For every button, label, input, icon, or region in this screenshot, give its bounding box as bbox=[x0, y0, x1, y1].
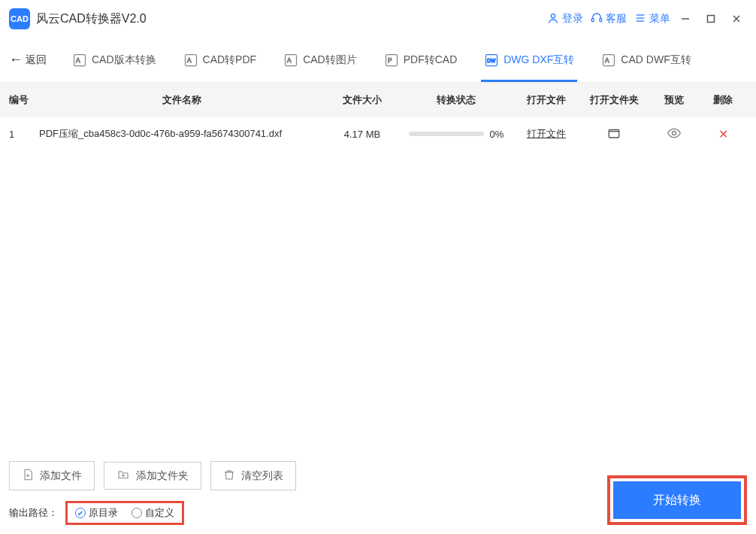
login-button[interactable]: 登录 bbox=[547, 12, 583, 26]
col-name: 文件名称 bbox=[39, 93, 325, 107]
radio-unchecked-icon bbox=[132, 508, 142, 518]
col-num: 编号 bbox=[9, 93, 39, 107]
delete-icon[interactable]: ✕ bbox=[718, 128, 728, 141]
add-folder-button[interactable]: 添加文件夹 bbox=[104, 462, 201, 490]
eye-icon[interactable] bbox=[667, 132, 682, 143]
tab-label: PDF转CAD bbox=[404, 53, 458, 67]
tab-cad-version[interactable]: A CAD版本转换 bbox=[69, 39, 159, 81]
menu-button[interactable]: 菜单 bbox=[634, 12, 670, 26]
doc-a-icon: A bbox=[283, 53, 298, 68]
bottom-area: 添加文件 添加文件夹 清空列表 输出路径： 原目录 自定义 bbox=[0, 454, 756, 534]
progress-pct: 0% bbox=[490, 129, 504, 140]
tab-label: CAD转PDF bbox=[203, 53, 257, 67]
radio-custom-dir[interactable]: 自定义 bbox=[132, 506, 174, 520]
col-preview: 预览 bbox=[648, 93, 700, 107]
headset-icon bbox=[591, 12, 603, 26]
open-file-link[interactable]: 打开文件 bbox=[527, 128, 566, 139]
doc-a-icon: A bbox=[601, 53, 616, 68]
output-label: 输出路径： bbox=[9, 506, 58, 520]
svg-point-23 bbox=[673, 131, 676, 135]
app-title: 风云CAD转换器V2.0 bbox=[36, 11, 147, 27]
output-radio-group: 原目录 自定义 bbox=[65, 501, 184, 525]
table-row: 1 PDF压缩_cba458c3-0d0c-476b-a959-fa567430… bbox=[0, 117, 756, 150]
open-folder-cell bbox=[580, 126, 648, 142]
tab-dwg-dxf[interactable]: DW DWG DXF互转 bbox=[481, 39, 577, 81]
tab-pdf-to-cad[interactable]: P PDF转CAD bbox=[381, 39, 461, 81]
clear-list-button[interactable]: 清空列表 bbox=[210, 461, 296, 490]
back-label: 返回 bbox=[26, 53, 47, 67]
titlebar: CAD 风云CAD转换器V2.0 登录 客服 菜单 bbox=[0, 0, 756, 38]
row-size: 4.17 MB bbox=[325, 129, 400, 140]
folder-icon[interactable] bbox=[607, 131, 621, 142]
delete-cell: ✕ bbox=[700, 127, 745, 141]
svg-text:A: A bbox=[187, 56, 192, 64]
svg-rect-22 bbox=[609, 129, 619, 138]
open-file-cell: 打开文件 bbox=[513, 127, 580, 141]
add-folder-label: 添加文件夹 bbox=[136, 469, 189, 483]
tab-cad-to-pdf[interactable]: A CAD转PDF bbox=[180, 39, 260, 81]
menu-label: 菜单 bbox=[649, 12, 670, 26]
maximize-button[interactable] bbox=[700, 8, 721, 29]
doc-a-icon: A bbox=[72, 53, 87, 68]
tab-label: CAD版本转换 bbox=[92, 53, 156, 67]
tab-label: CAD转图片 bbox=[303, 53, 357, 67]
col-status: 转换状态 bbox=[400, 93, 513, 107]
add-file-button[interactable]: 添加文件 bbox=[9, 461, 95, 490]
back-button[interactable]: ← 返回 bbox=[9, 52, 47, 68]
svg-text:DW: DW bbox=[487, 58, 496, 63]
svg-text:P: P bbox=[388, 56, 392, 64]
tab-cad-to-image[interactable]: A CAD转图片 bbox=[280, 39, 360, 81]
close-button[interactable] bbox=[726, 8, 747, 29]
table-header: 编号 文件名称 文件大小 转换状态 打开文件 打开文件夹 预览 删除 bbox=[0, 83, 756, 117]
svg-rect-7 bbox=[708, 16, 715, 23]
clear-list-label: 清空列表 bbox=[241, 469, 283, 483]
radio-original-dir[interactable]: 原目录 bbox=[75, 506, 118, 520]
svg-point-0 bbox=[551, 14, 555, 17]
start-label: 开始转换 bbox=[653, 493, 701, 508]
app-logo-icon: CAD bbox=[9, 8, 30, 29]
tab-label: DWG DXF互转 bbox=[503, 53, 574, 67]
doc-a-icon: A bbox=[183, 53, 198, 68]
arrow-left-icon: ← bbox=[9, 52, 23, 68]
doc-p-icon: P bbox=[384, 53, 399, 68]
radio-original-label: 原目录 bbox=[89, 506, 118, 520]
add-file-label: 添加文件 bbox=[40, 469, 82, 483]
svg-text:A: A bbox=[605, 56, 609, 64]
file-add-icon bbox=[22, 468, 34, 484]
progress-bar bbox=[409, 132, 484, 136]
radio-checked-icon bbox=[75, 508, 86, 518]
tab-label: CAD DWF互转 bbox=[621, 53, 691, 67]
menu-icon bbox=[634, 12, 646, 26]
svg-text:A: A bbox=[287, 56, 292, 64]
folder-add-icon bbox=[116, 469, 130, 483]
tabbar: ← 返回 A CAD版本转换 A CAD转PDF A CAD转图片 P PDF转… bbox=[0, 38, 756, 83]
start-convert-button[interactable]: 开始转换 bbox=[613, 481, 741, 519]
support-label: 客服 bbox=[606, 12, 627, 26]
doc-dwg-icon: DW bbox=[484, 53, 499, 68]
user-icon bbox=[547, 12, 559, 26]
preview-cell bbox=[648, 126, 700, 143]
col-folder: 打开文件夹 bbox=[580, 93, 648, 107]
tab-cad-dwf[interactable]: A CAD DWF互转 bbox=[598, 39, 694, 81]
radio-custom-label: 自定义 bbox=[145, 506, 174, 520]
svg-rect-1 bbox=[591, 18, 594, 21]
minimize-button[interactable] bbox=[675, 8, 696, 29]
support-button[interactable]: 客服 bbox=[591, 12, 627, 26]
col-delete: 删除 bbox=[700, 93, 745, 107]
row-status: 0% bbox=[400, 129, 513, 140]
svg-text:A: A bbox=[76, 56, 80, 64]
login-label: 登录 bbox=[562, 12, 583, 26]
svg-rect-2 bbox=[600, 18, 602, 21]
row-num: 1 bbox=[9, 129, 39, 140]
trash-icon bbox=[223, 468, 235, 484]
col-size: 文件大小 bbox=[325, 93, 400, 107]
row-filename: PDF压缩_cba458c3-0d0c-476b-a959-fa56743007… bbox=[39, 127, 325, 141]
col-open: 打开文件 bbox=[513, 93, 580, 107]
